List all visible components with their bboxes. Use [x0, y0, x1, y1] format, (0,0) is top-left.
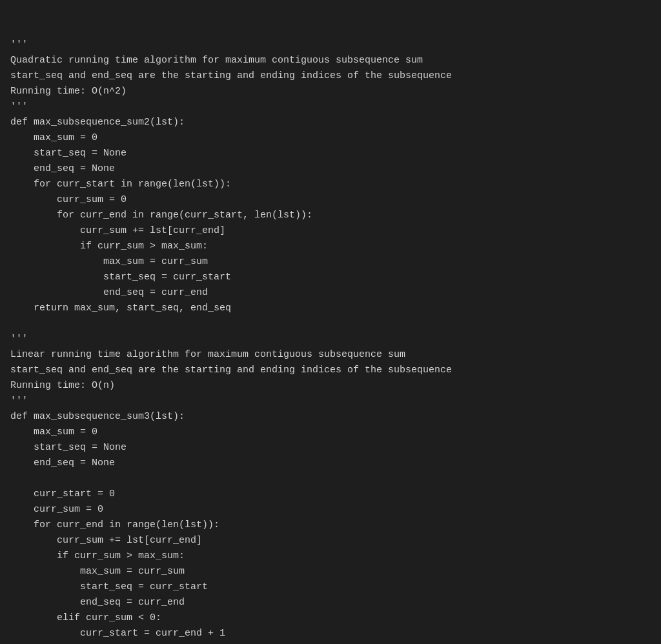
code-line-38: curr_start = curr_end + 1 [10, 626, 651, 641]
code-line-6: max_sum = 0 [10, 130, 651, 146]
code-line-25: max_sum = 0 [10, 425, 651, 440]
code-line-36: end_seq = curr_end [10, 595, 651, 610]
code-line-8: end_seq = None [10, 161, 651, 177]
code-line-3: Running time: O(n^2) [10, 84, 651, 99]
code-line-33: if curr_sum > max_sum: [10, 548, 651, 564]
code-line-16: end_seq = curr_end [10, 285, 651, 301]
code-line-24: def max_subsequence_sum3(lst): [10, 409, 651, 425]
code-line-4: ''' [10, 99, 651, 115]
code-line-21: start_seq and end_seq are the starting a… [10, 363, 651, 378]
code-line-2: start_seq and end_seq are the starting a… [10, 68, 651, 84]
code-line-32: curr_sum += lst[curr_end] [10, 533, 651, 548]
code-line-9: for curr_start in range(len(lst)): [10, 177, 651, 192]
code-line-20: Linear running time algorithm for maximu… [10, 347, 651, 363]
code-line-37: elif curr_sum < 0: [10, 610, 651, 626]
code-line-7: start_seq = None [10, 146, 651, 161]
code-line-17: return max_sum, start_seq, end_seq [10, 301, 651, 316]
code-line-27: end_seq = None [10, 456, 651, 471]
code-line-30: curr_sum = 0 [10, 502, 651, 518]
code-line-18 [10, 316, 651, 332]
code-line-28 [10, 471, 651, 487]
code-line-39: curr_sum = 0 [10, 641, 651, 644]
code-line-26: start_seq = None [10, 440, 651, 456]
code-line-29: curr_start = 0 [10, 487, 651, 502]
code-line-10: curr_sum = 0 [10, 192, 651, 208]
code-line-35: start_seq = curr_start [10, 579, 651, 595]
code-line-31: for curr_end in range(len(lst)): [10, 518, 651, 533]
code-line-0: ''' [10, 37, 651, 53]
code-line-23: ''' [10, 394, 651, 409]
code-line-12: curr_sum += lst[curr_end] [10, 223, 651, 239]
code-line-22: Running time: O(n) [10, 378, 651, 394]
code-line-34: max_sum = curr_sum [10, 564, 651, 579]
code-line-1: Quadratic running time algorithm for max… [10, 53, 651, 68]
code-line-5: def max_subsequence_sum2(lst): [10, 115, 651, 130]
code-editor: '''Quadratic running time algorithm for … [10, 6, 651, 644]
code-line-13: if curr_sum > max_sum: [10, 239, 651, 254]
code-line-11: for curr_end in range(curr_start, len(ls… [10, 208, 651, 223]
code-line-19: ''' [10, 332, 651, 347]
code-line-15: start_seq = curr_start [10, 270, 651, 285]
code-line-14: max_sum = curr_sum [10, 254, 651, 270]
